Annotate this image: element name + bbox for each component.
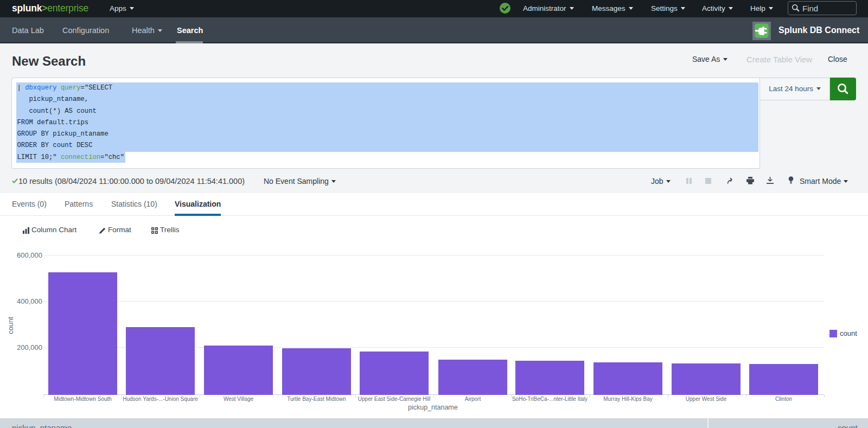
svg-text:count: count xyxy=(7,317,15,334)
